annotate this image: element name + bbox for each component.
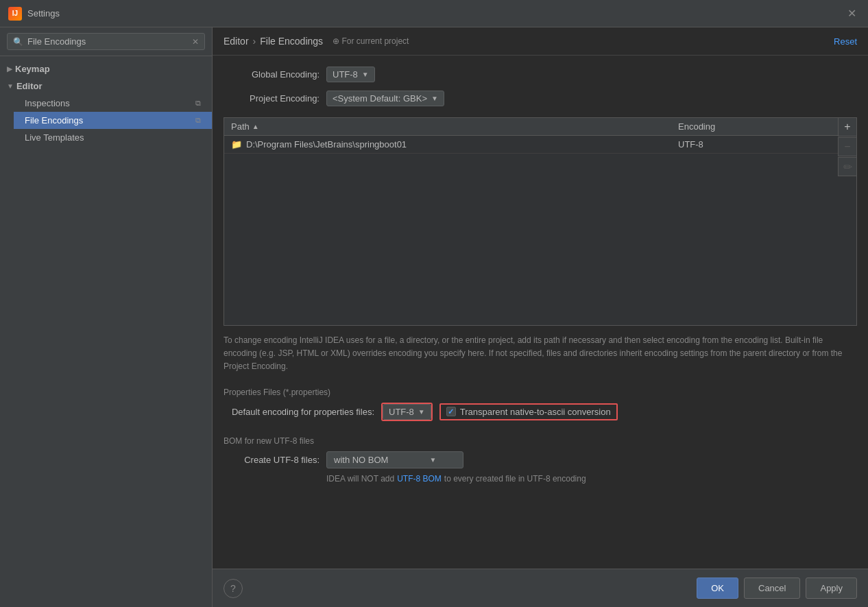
- edit-row-button[interactable]: ✏: [838, 157, 857, 176]
- sidebar-item-editor[interactable]: ▼ Editor: [0, 78, 212, 95]
- transparent-conversion-label: Transparent native-to-ascii conversion: [460, 407, 611, 417]
- breadcrumb-separator: ›: [253, 36, 256, 47]
- reset-button[interactable]: Reset: [834, 36, 857, 47]
- app-icon: IJ: [8, 7, 22, 21]
- default-encoding-value: UTF-8: [389, 407, 414, 417]
- project-encoding-arrow-icon: ▼: [431, 95, 438, 102]
- create-utf8-dropdown[interactable]: with NO BOM ▼: [326, 451, 463, 468]
- th-encoding-label: Encoding: [678, 121, 715, 132]
- add-row-button[interactable]: +: [838, 117, 857, 136]
- bom-dropdown-arrow-icon: ▼: [429, 456, 436, 464]
- close-button[interactable]: ✕: [843, 5, 860, 22]
- editor-children: Inspections ⧉ File Encodings ⧉ Live Temp…: [0, 95, 212, 146]
- sidebar-item-file-encodings[interactable]: File Encodings ⧉: [14, 112, 212, 129]
- global-encoding-dropdown[interactable]: UTF-8 ▼: [326, 67, 375, 82]
- sidebar-item-keymap-label: Keymap: [15, 64, 50, 74]
- bom-section-label: BOM for new UTF-8 files: [213, 431, 868, 449]
- search-box: 🔍 ✕: [0, 27, 212, 56]
- hint-text: To change encoding IntelliJ IDEA uses fo…: [224, 334, 857, 374]
- transparent-conversion-wrap: Transparent native-to-ascii conversion: [439, 403, 618, 420]
- apply-button[interactable]: Apply: [806, 578, 857, 599]
- bom-row: Create UTF-8 files: with NO BOM ▼: [213, 449, 868, 471]
- project-encoding-row: Project Encoding: <System Default: GBK> …: [224, 91, 857, 106]
- project-encoding-dropdown[interactable]: <System Default: GBK> ▼: [326, 91, 444, 106]
- window-title: Settings: [27, 8, 60, 19]
- sidebar-item-editor-label: Editor: [16, 81, 43, 91]
- inspections-copy-icon: ⧉: [195, 99, 201, 108]
- td-encoding: UTF-8: [678, 139, 849, 150]
- td-encoding-value: UTF-8: [678, 139, 703, 150]
- content-panel: Editor › File Encodings ⊕ For current pr…: [213, 27, 868, 607]
- project-encoding-label: Project Encoding:: [224, 93, 320, 104]
- sidebar-item-inspections[interactable]: Inspections ⧉: [14, 95, 212, 112]
- sidebar-item-file-encodings-label: File Encodings: [25, 115, 83, 126]
- folder-icon: 📁: [231, 139, 242, 150]
- table-actions: + − ✏: [838, 117, 857, 176]
- editor-arrow-icon: ▼: [7, 82, 14, 90]
- search-input[interactable]: [27, 36, 188, 47]
- th-path-label: Path: [231, 121, 250, 132]
- sidebar-item-keymap[interactable]: ▶ Keymap: [0, 60, 212, 78]
- global-encoding-row: Global Encoding: UTF-8 ▼: [224, 67, 857, 82]
- th-encoding[interactable]: Encoding: [678, 121, 849, 132]
- properties-section-label: Properties Files (*.properties): [213, 382, 868, 400]
- global-encoding-arrow-icon: ▼: [362, 71, 369, 78]
- breadcrumb-part2: File Encodings: [260, 36, 323, 47]
- td-path: 📁 D:\Program Files\JetBrains\springboot0…: [231, 139, 678, 150]
- breadcrumb-part1: Editor: [224, 36, 249, 47]
- file-encodings-copy-icon: ⧉: [195, 116, 201, 125]
- remove-row-button[interactable]: −: [838, 137, 857, 156]
- content-header: Editor › File Encodings ⊕ For current pr…: [213, 27, 868, 56]
- help-button[interactable]: ?: [224, 579, 243, 598]
- idea-hint-pre: IDEA will NOT add: [326, 474, 394, 484]
- create-utf8-label: Create UTF-8 files:: [224, 455, 320, 465]
- th-path[interactable]: Path ▲: [231, 121, 678, 132]
- title-bar: IJ Settings ✕: [0, 0, 868, 27]
- nav-tree: ▶ Keymap ▼ Editor Inspections ⧉ File Enc…: [0, 56, 212, 150]
- transparent-conversion-checkbox[interactable]: [446, 407, 456, 416]
- default-encoding-label: Default encoding for properties files:: [224, 407, 374, 417]
- td-path-value: D:\Program Files\JetBrains\springboot01: [246, 139, 407, 150]
- keymap-arrow-icon: ▶: [7, 65, 12, 73]
- sort-icon: ▲: [252, 123, 259, 130]
- encodings-table: Path ▲ Encoding 📁 D:\Program Files\JetBr…: [224, 117, 857, 326]
- search-clear-button[interactable]: ✕: [192, 37, 199, 47]
- table-header: Path ▲ Encoding: [224, 118, 856, 136]
- global-encoding-value: UTF-8: [333, 69, 358, 80]
- table-empty-space: [224, 154, 856, 325]
- for-current-project: ⊕ For current project: [333, 36, 409, 46]
- sidebar-item-inspections-label: Inspections: [25, 98, 70, 108]
- ok-button[interactable]: OK: [697, 578, 738, 599]
- default-encoding-row: Default encoding for properties files: U…: [213, 400, 868, 424]
- breadcrumb: Editor › File Encodings ⊕ For current pr…: [224, 36, 409, 47]
- button-bar: ? OK Cancel Apply: [213, 569, 868, 607]
- default-encoding-arrow-icon: ▼: [418, 408, 425, 416]
- form-area: Global Encoding: UTF-8 ▼ Project Encodin…: [213, 56, 868, 117]
- sidebar-item-live-templates-label: Live Templates: [25, 132, 84, 143]
- hint-content: To change encoding IntelliJ IDEA uses fo…: [224, 335, 842, 371]
- search-icon: 🔍: [13, 37, 23, 47]
- create-utf8-value: with NO BOM: [334, 455, 388, 465]
- idea-hint: IDEA will NOT add UTF-8 BOM to every cre…: [315, 471, 868, 486]
- default-encoding-dropdown[interactable]: UTF-8 ▼: [383, 404, 431, 420]
- idea-hint-post: to every created file in UTF-8 encoding: [444, 474, 586, 484]
- sidebar-item-live-templates[interactable]: Live Templates: [14, 129, 212, 146]
- table-row[interactable]: 📁 D:\Program Files\JetBrains\springboot0…: [224, 136, 856, 154]
- utf8-bom-link[interactable]: UTF-8 BOM: [397, 474, 442, 484]
- sidebar: 🔍 ✕ ▶ Keymap ▼ Editor Inspections ⧉: [0, 27, 213, 607]
- cancel-button[interactable]: Cancel: [744, 578, 800, 599]
- project-encoding-value: <System Default: GBK>: [333, 93, 427, 104]
- global-encoding-label: Global Encoding:: [224, 69, 320, 80]
- action-buttons: OK Cancel Apply: [697, 578, 857, 599]
